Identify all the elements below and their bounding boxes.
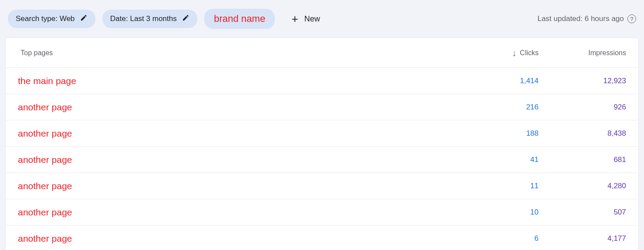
- table-row[interactable]: the main page1,41412,923: [6, 68, 638, 94]
- header-clicks[interactable]: ↓ Clicks: [451, 49, 539, 57]
- clicks-value: 41: [451, 155, 539, 164]
- table-row[interactable]: another page114,280: [6, 173, 638, 199]
- new-filter-button[interactable]: + New: [285, 10, 326, 28]
- search-type-label: Search type: Web: [16, 14, 75, 23]
- table-row[interactable]: another page64,177: [6, 225, 638, 250]
- page-name: another page: [18, 233, 451, 244]
- pencil-icon: [80, 14, 88, 24]
- page-name: another page: [18, 128, 451, 139]
- clicks-value: 10: [451, 208, 539, 217]
- page-name: another page: [18, 181, 451, 191]
- table-row[interactable]: another page216926: [6, 94, 638, 120]
- pencil-icon: [182, 14, 189, 24]
- page-name: another page: [18, 207, 451, 218]
- date-filter[interactable]: Date: Last 3 months: [102, 10, 197, 28]
- last-updated-text: Last updated: 6 hours ago: [537, 14, 624, 23]
- table-header: Top pages ↓ Clicks Impressions: [6, 38, 638, 68]
- clicks-value: 1,414: [451, 77, 539, 85]
- date-label: Date: Last 3 months: [110, 14, 177, 23]
- impressions-value: 681: [539, 155, 626, 164]
- clicks-value: 6: [451, 234, 539, 243]
- page-name: another page: [18, 155, 451, 165]
- impressions-value: 926: [539, 103, 626, 112]
- clicks-value: 216: [451, 103, 539, 112]
- header-impressions[interactable]: Impressions: [539, 49, 626, 57]
- arrow-down-icon: ↓: [512, 49, 516, 57]
- header-clicks-label: Clicks: [520, 49, 539, 57]
- impressions-value: 4,177: [539, 234, 626, 243]
- plus-icon: +: [291, 13, 298, 25]
- header-top-pages[interactable]: Top pages: [18, 49, 451, 57]
- clicks-value: 11: [451, 182, 539, 190]
- impressions-value: 4,280: [539, 182, 626, 190]
- impressions-value: 507: [539, 208, 626, 217]
- last-updated: Last updated: 6 hours ago ?: [537, 14, 636, 23]
- table-row[interactable]: another page10507: [6, 199, 638, 225]
- page-name: another page: [18, 102, 451, 113]
- help-icon[interactable]: ?: [627, 14, 636, 23]
- table-row[interactable]: another page41681: [6, 147, 638, 173]
- brand-filter[interactable]: brand name: [204, 9, 275, 29]
- filter-bar: Search type: Web Date: Last 3 months bra…: [0, 0, 644, 38]
- table-row[interactable]: another page1888,438: [6, 120, 638, 147]
- new-label: New: [304, 14, 320, 24]
- search-type-filter[interactable]: Search type: Web: [8, 10, 95, 28]
- clicks-value: 188: [451, 129, 539, 138]
- page-name: the main page: [18, 76, 451, 86]
- top-pages-table: Top pages ↓ Clicks Impressions the main …: [5, 38, 639, 250]
- brand-label: brand name: [214, 13, 265, 25]
- impressions-value: 8,438: [539, 129, 626, 138]
- impressions-value: 12,923: [539, 77, 626, 85]
